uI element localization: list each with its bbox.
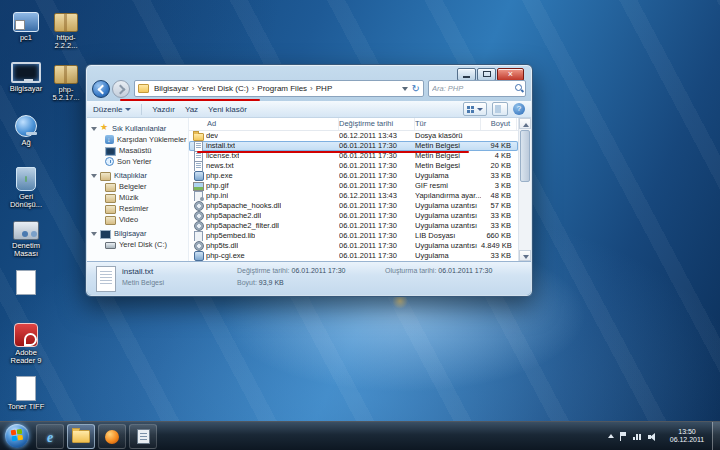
file-type: Uygulama: [415, 171, 481, 181]
file-date: 06.01.2011 17:30: [339, 161, 415, 171]
shortcut-icon: [13, 12, 39, 32]
show-desktop-button[interactable]: [712, 422, 720, 450]
breadcrumb-dropdown-icon[interactable]: [402, 87, 408, 91]
breadcrumb-segment[interactable]: Yerel Disk (C:): [195, 84, 250, 93]
change-view-button[interactable]: [463, 102, 487, 116]
expander-icon[interactable]: [91, 127, 97, 131]
scrollbar[interactable]: [518, 118, 531, 261]
toolbar-item[interactable]: Yaz: [185, 105, 198, 114]
file-date: 06.01.2011 17:30: [339, 171, 415, 181]
file-row[interactable]: php.gif 06.01.2011 17:30 GIF resmi 3 KB: [189, 181, 518, 191]
file-row[interactable]: dev 06.12.2011 13:43 Dosya klasörü: [189, 131, 518, 141]
details-pane: install.txt Metin Belgesi Değiştirme tar…: [87, 261, 531, 295]
back-button[interactable]: [92, 80, 110, 98]
sidebar-item[interactable]: Karşıdan Yüklemeler: [87, 134, 188, 145]
network-icon[interactable]: [633, 432, 642, 440]
sidebar-section-header[interactable]: Bilgisayar: [87, 228, 188, 239]
desktop-icon[interactable]: Ağ: [6, 112, 46, 147]
hidden-icons-arrow[interactable]: [608, 434, 614, 438]
desktop-icon[interactable]: Geri Dönüşü...: [6, 164, 46, 209]
scroll-down-button[interactable]: [519, 250, 531, 261]
action-center-icon[interactable]: [620, 432, 627, 441]
sidebar-item[interactable]: Müzik: [87, 192, 188, 203]
computer-icon: [100, 230, 111, 239]
clock[interactable]: 13:50 06.12.2011: [664, 428, 710, 444]
file-row[interactable]: news.txt 06.01.2011 17:30 Metin Belgesi …: [189, 161, 518, 171]
text-icon: [193, 161, 204, 171]
clock-date: 06.12.2011: [664, 436, 710, 444]
scroll-up-button[interactable]: [519, 118, 531, 129]
file-row[interactable]: install.txt 06.01.2011 17:30 Metin Belge…: [189, 141, 518, 151]
file-date: 06.01.2011 17:30: [339, 241, 415, 251]
sidebar-item[interactable]: Resimler: [87, 203, 188, 214]
file-date: 06.01.2011 17:30: [339, 201, 415, 211]
media-player-button[interactable]: [98, 424, 126, 449]
refresh-icon[interactable]: ↻: [412, 84, 420, 94]
sidebar-item[interactable]: Yerel Disk (C:): [87, 239, 188, 250]
desktop-icon[interactable]: Adobe Reader 9: [6, 320, 46, 365]
desktop-icon[interactable]: Toner TIFF: [6, 374, 46, 411]
file-row[interactable]: php5ts.dll 06.01.2011 17:30 Uygulama uza…: [189, 241, 518, 251]
search-input[interactable]: [429, 84, 514, 93]
package-icon: [54, 65, 78, 84]
breadcrumb-segment[interactable]: Program Files: [255, 84, 309, 93]
desktop-icon[interactable]: httpd-2.2.2...: [46, 6, 86, 50]
system-tray: 13:50 06.12.2011: [608, 422, 710, 450]
internet-explorer-button[interactable]: [36, 424, 64, 449]
expander-icon[interactable]: [91, 232, 97, 236]
column-header-type[interactable]: Tür: [415, 118, 481, 130]
expander-icon[interactable]: [91, 174, 97, 178]
breadcrumb-segment[interactable]: Bilgisayar: [152, 84, 191, 93]
sidebar-item[interactable]: Masaüstü: [87, 145, 188, 156]
folder-icon: [193, 131, 204, 141]
file-date: 06.01.2011 17:30: [339, 231, 415, 241]
file-name: php5apache2.dll: [206, 211, 261, 221]
sidebar-item[interactable]: Belgeler: [87, 181, 188, 192]
sidebar-item[interactable]: Video: [87, 214, 188, 225]
file-row[interactable]: php5apache_hooks.dll 06.01.2011 17:30 Uy…: [189, 201, 518, 211]
toolbar-item[interactable]: Yazdır: [152, 105, 175, 114]
internet-explorer-icon: [47, 428, 53, 446]
file-row[interactable]: php5apache2_filter.dll 06.01.2011 17:30 …: [189, 221, 518, 231]
windows-explorer-button[interactable]: [67, 424, 95, 449]
file-row[interactable]: php.ini 06.12.2011 13:43 Yapılandırma ay…: [189, 191, 518, 201]
preview-pane-button[interactable]: [492, 102, 508, 116]
file-row[interactable]: php.exe 06.01.2011 17:30 Uygulama 33 KB: [189, 171, 518, 181]
text-icon: [193, 141, 204, 151]
desktop-icon[interactable]: [6, 268, 46, 297]
file-row[interactable]: php5apache2.dll 06.01.2011 17:30 Uygulam…: [189, 211, 518, 221]
sidebar-item-label: Video: [119, 215, 138, 224]
toolbar-item[interactable]: Yeni klasör: [208, 105, 247, 114]
file-size: 3 KB: [481, 181, 517, 191]
toolbar-item[interactable]: Düzenle: [93, 105, 131, 114]
sidebar-section-header[interactable]: Kitaplıklar: [87, 170, 188, 181]
text-editor-button[interactable]: [129, 424, 157, 449]
help-button[interactable]: [513, 103, 525, 115]
desktop-icon[interactable]: pc1: [6, 6, 46, 42]
column-header-size[interactable]: Boyut: [481, 118, 517, 130]
file-name: php5ts.dll: [206, 241, 238, 251]
file-row[interactable]: php5embed.lib 06.01.2011 17:30 LIB Dosya…: [189, 231, 518, 241]
file-type: Uygulama uzantısı: [415, 241, 481, 251]
column-header-date[interactable]: Değiştirme tarihi: [339, 118, 415, 130]
text-editor-icon: [137, 429, 150, 444]
sidebar-item[interactable]: Son Yerler: [87, 156, 188, 167]
desktop-icon[interactable]: Denetim Masası: [6, 216, 46, 258]
start-button[interactable]: [5, 424, 29, 448]
exe-icon: [193, 251, 204, 261]
search-box[interactable]: [428, 80, 526, 97]
volume-icon[interactable]: [648, 432, 658, 441]
folder-icon: [138, 84, 149, 93]
column-header-name[interactable]: Ad: [193, 118, 339, 130]
forward-button[interactable]: [112, 80, 130, 98]
breadcrumb-segment[interactable]: PHP: [314, 84, 334, 93]
file-size: 33 KB: [481, 171, 517, 181]
image-icon: [193, 181, 204, 191]
desktop-icon[interactable]: Bilgisayar: [6, 58, 46, 93]
breadcrumb[interactable]: Bilgisayar›Yerel Disk (C:)›Program Files…: [134, 80, 424, 97]
scrollbar-thumb[interactable]: [520, 130, 530, 182]
sidebar-section-header[interactable]: Sık Kullanılanlar: [87, 123, 188, 134]
file-date: 06.01.2011 17:30: [339, 221, 415, 231]
desktop-icon[interactable]: php-5.2.17...: [46, 58, 86, 102]
file-row[interactable]: php-cgi.exe 06.01.2011 17:30 Uygulama 33…: [189, 251, 518, 261]
